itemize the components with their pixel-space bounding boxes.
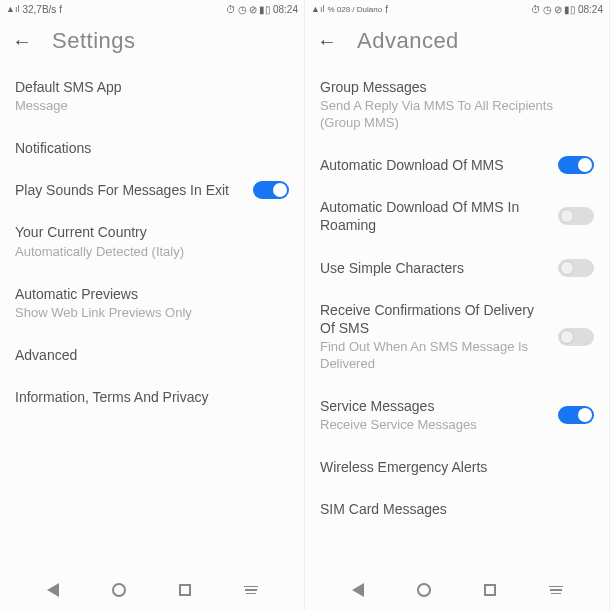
auto-download-roaming-toggle[interactable] (558, 207, 594, 225)
signal-icon: ▲ıl (6, 4, 19, 14)
battery-icon: ▮▯ (564, 4, 576, 15)
setting-title: Notifications (15, 139, 289, 157)
setting-subtitle: Send A Reply Via MMS To All Recipients (… (320, 98, 594, 132)
page-title: Settings (52, 28, 136, 54)
dnd-icon: ⊘ (554, 4, 562, 15)
service-messages-toggle[interactable] (558, 406, 594, 424)
nav-back-icon[interactable] (47, 583, 59, 597)
time-label: 08:24 (578, 4, 603, 15)
simple-chars-toggle[interactable] (558, 259, 594, 277)
setting-title: Group Messages (320, 78, 594, 96)
setting-title: SIM Card Messages (320, 500, 594, 518)
setting-title: Use Simple Characters (320, 259, 548, 277)
advanced-item[interactable]: Advanced (15, 334, 289, 376)
setting-title: Default SMS App (15, 78, 289, 96)
clock-icon: ◷ (238, 4, 247, 15)
facebook-icon: f (385, 4, 388, 15)
nav-menu-icon[interactable] (244, 586, 258, 595)
page-title: Advanced (357, 28, 459, 54)
left-phone: ▲ıl 32,7B/s f ⏱ ◷ ⊘ ▮▯ 08:24 ← Settings … (0, 0, 305, 610)
default-sms-item[interactable]: Default SMS App Message (15, 66, 289, 127)
nav-bar (305, 570, 609, 610)
nav-home-icon[interactable] (417, 583, 431, 597)
setting-title: Automatic Download Of MMS In Roaming (320, 198, 548, 234)
nav-recent-icon[interactable] (179, 584, 191, 596)
time-label: 08:24 (273, 4, 298, 15)
back-button[interactable]: ← (317, 30, 337, 53)
clock-icon: ◷ (543, 4, 552, 15)
setting-title: Automatic Previews (15, 285, 289, 303)
alarm-icon: ⏱ (226, 4, 236, 15)
play-sounds-toggle[interactable] (253, 181, 289, 199)
setting-title: Play Sounds For Messages In Exit (15, 181, 243, 199)
notifications-item[interactable]: Notifications (15, 127, 289, 169)
setting-subtitle: Receive Service Messages (320, 417, 548, 434)
status-bar: ▲ıl % 028 / Dulano f ⏱ ◷ ⊘ ▮▯ 08:24 (305, 0, 609, 18)
setting-title: Advanced (15, 346, 289, 364)
emergency-alerts-item[interactable]: Wireless Emergency Alerts (320, 446, 594, 488)
auto-download-item[interactable]: Automatic Download Of MMS (320, 144, 594, 186)
back-button[interactable]: ← (12, 30, 32, 53)
previews-item[interactable]: Automatic Previews Show Web Link Preview… (15, 273, 289, 334)
sim-messages-item[interactable]: SIM Card Messages (320, 488, 594, 530)
nav-recent-icon[interactable] (484, 584, 496, 596)
setting-subtitle: Message (15, 98, 289, 115)
play-sounds-item[interactable]: Play Sounds For Messages In Exit (15, 169, 289, 211)
setting-title: Automatic Download Of MMS (320, 156, 548, 174)
nav-menu-icon[interactable] (549, 586, 563, 595)
signal-icon: ▲ıl (311, 4, 324, 14)
service-messages-item[interactable]: Service Messages Receive Service Message… (320, 385, 594, 446)
status-bar: ▲ıl 32,7B/s f ⏱ ◷ ⊘ ▮▯ 08:24 (0, 0, 304, 18)
simple-chars-item[interactable]: Use Simple Characters (320, 247, 594, 289)
country-item[interactable]: Your Current Country Automatically Detec… (15, 211, 289, 272)
settings-content: Default SMS App Message Notifications Pl… (0, 66, 304, 570)
nav-back-icon[interactable] (352, 583, 364, 597)
battery-icon: ▮▯ (259, 4, 271, 15)
auto-download-roaming-item[interactable]: Automatic Download Of MMS In Roaming (320, 186, 594, 246)
delivery-confirm-toggle[interactable] (558, 328, 594, 346)
nav-home-icon[interactable] (112, 583, 126, 597)
info-item[interactable]: Information, Terms And Privacy (15, 376, 289, 418)
auto-download-toggle[interactable] (558, 156, 594, 174)
setting-title: Information, Terms And Privacy (15, 388, 289, 406)
setting-title: Service Messages (320, 397, 548, 415)
setting-subtitle: Find Out When An SMS Message Is Delivere… (320, 339, 548, 373)
alarm-icon: ⏱ (531, 4, 541, 15)
setting-subtitle: Show Web Link Previews Only (15, 305, 289, 322)
setting-subtitle: Automatically Detected (Italy) (15, 244, 289, 261)
carrier-label: % 028 / Dulano (327, 5, 382, 14)
nav-bar (0, 570, 304, 610)
group-messages-item[interactable]: Group Messages Send A Reply Via MMS To A… (320, 66, 594, 144)
setting-title: Receive Confirmations Of Delivery Of SMS (320, 301, 548, 337)
setting-title: Wireless Emergency Alerts (320, 458, 594, 476)
right-phone: ▲ıl % 028 / Dulano f ⏱ ◷ ⊘ ▮▯ 08:24 ← Ad… (305, 0, 610, 610)
app-bar: ← Advanced (305, 18, 609, 66)
delivery-confirm-item[interactable]: Receive Confirmations Of Delivery Of SMS… (320, 289, 594, 385)
setting-title: Your Current Country (15, 223, 289, 241)
facebook-icon: f (59, 4, 62, 15)
dnd-icon: ⊘ (249, 4, 257, 15)
network-speed: 32,7B/s (22, 4, 56, 15)
advanced-content: Group Messages Send A Reply Via MMS To A… (305, 66, 609, 570)
app-bar: ← Settings (0, 18, 304, 66)
